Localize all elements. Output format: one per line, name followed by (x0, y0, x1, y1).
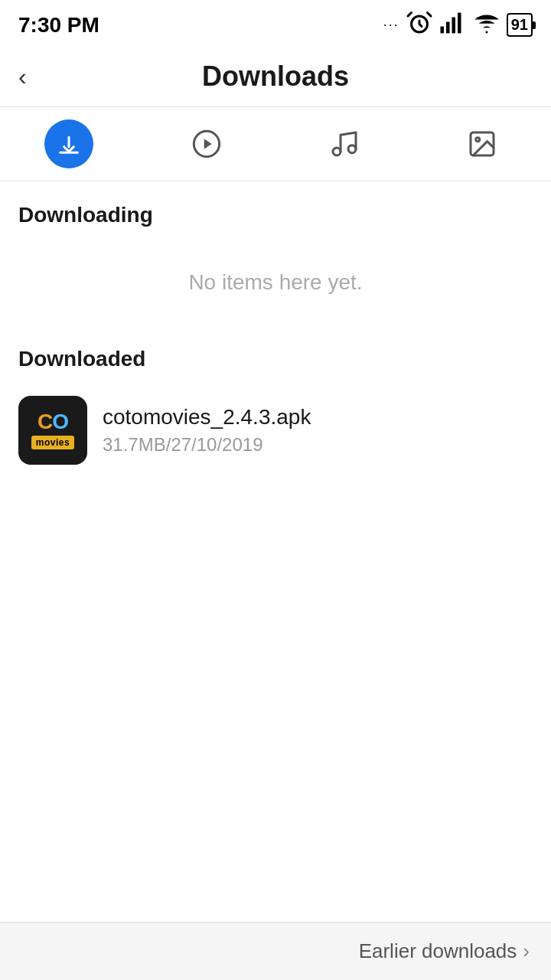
back-button[interactable]: ‹ (18, 64, 27, 89)
more-dots-icon: ··· (383, 17, 399, 33)
content: Downloading No items here yet. Downloade… (0, 181, 551, 477)
svg-point-7 (485, 31, 487, 34)
svg-line-2 (427, 13, 431, 17)
svg-rect-5 (452, 18, 455, 34)
file-thumbnail: CO movies (18, 396, 87, 465)
status-icons: ··· 91 (383, 9, 533, 41)
tab-image[interactable] (458, 119, 507, 168)
downloaded-label: Downloaded (0, 325, 551, 384)
svg-line-1 (408, 13, 412, 17)
status-bar: 7:30 PM ··· (0, 0, 551, 47)
image-icon (467, 129, 497, 159)
svg-rect-4 (446, 22, 450, 34)
music-icon (329, 129, 360, 159)
footer: Earlier downloads › (0, 922, 551, 980)
svg-rect-3 (440, 27, 444, 34)
file-meta: 31.7MB/27/10/2019 (103, 434, 533, 456)
downloading-label: Downloading (0, 181, 551, 240)
tab-download[interactable] (44, 119, 93, 168)
downloading-section: Downloading No items here yet. (0, 181, 551, 325)
svg-point-14 (476, 138, 480, 142)
app-logo-letters: CO (37, 411, 68, 433)
page-title: Downloads (202, 60, 349, 93)
svg-point-12 (348, 145, 356, 153)
status-time: 7:30 PM (18, 13, 99, 38)
tab-music[interactable] (320, 119, 369, 168)
list-item[interactable]: CO movies cotomovies_2.4.3.apk 31.7MB/27… (0, 384, 551, 477)
file-name: cotomovies_2.4.3.apk (103, 405, 533, 430)
play-icon (191, 129, 222, 159)
signal-icon (439, 9, 467, 41)
downloading-empty: No items here yet. (0, 240, 551, 325)
svg-point-11 (333, 148, 341, 155)
file-info: cotomovies_2.4.3.apk 31.7MB/27/10/2019 (103, 405, 533, 456)
header: ‹ Downloads (0, 47, 551, 107)
app-logo-label: movies (31, 436, 74, 449)
alarm-icon (406, 9, 433, 41)
tab-bar (0, 107, 551, 181)
earlier-downloads-link[interactable]: Earlier downloads (359, 939, 517, 963)
wifi-icon (473, 9, 500, 41)
tab-video[interactable] (182, 119, 231, 168)
svg-marker-10 (204, 139, 212, 149)
chevron-right-icon: › (523, 939, 530, 963)
download-icon (57, 132, 80, 155)
downloaded-section: Downloaded CO movies cotomovies_2.4.3.ap… (0, 325, 551, 477)
battery-icon: 91 (507, 13, 533, 37)
svg-rect-6 (458, 13, 461, 34)
